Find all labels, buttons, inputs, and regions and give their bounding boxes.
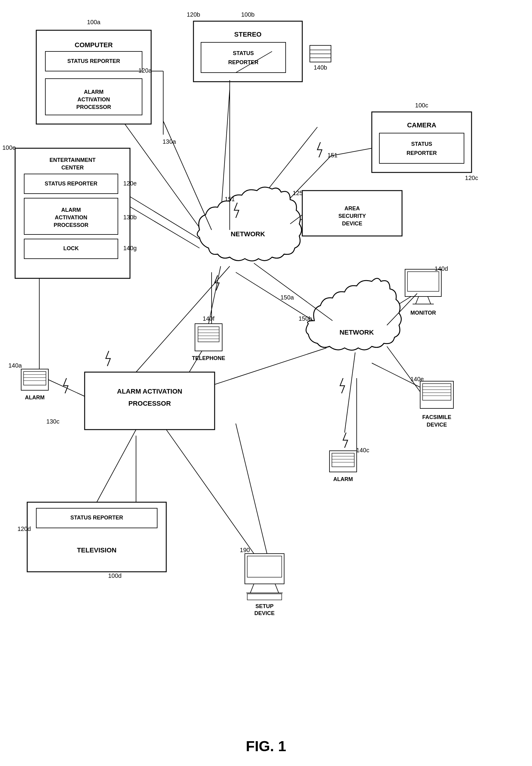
computer-alarm-proc3: PROCESSOR [76,104,111,110]
diagram-svg: COMPUTER STATUS REPORTER ALARM ACTIVATIO… [0,0,532,766]
computer-alarm-proc: ALARM [84,89,104,95]
setup-label1: SETUP [255,603,274,609]
ref-140a: 140a [8,362,22,369]
svg-line-84 [166,430,254,553]
ref-125: 125 [293,190,303,197]
svg-rect-40 [198,327,219,342]
ref-100a: 100a [87,19,101,25]
ref-130a: 130a [163,138,176,145]
ent-label1: ENTERTAINMENT [50,157,96,163]
svg-line-49 [416,297,419,304]
computer-label: COMPUTER [75,41,113,49]
svg-rect-54 [24,372,46,385]
ref-120d: 120d [18,525,31,532]
svg-line-80 [250,584,254,593]
ref-190: 190 [240,547,250,553]
svg-rect-63 [423,384,451,400]
ent-label2: CENTER [61,164,84,170]
ref-140d: 140d [435,265,448,272]
ref-140g: 140g [123,245,137,252]
svg-line-46 [254,263,333,321]
alarm-right-label: ALARM [333,476,353,482]
ref-120c: 120c [465,174,478,181]
svg-line-68 [387,346,420,392]
svg-rect-70 [332,453,354,467]
network1-label: NETWORK [231,230,265,238]
ent-alarm1: ALARM [61,207,81,213]
area-security2: SECURITY [338,213,366,219]
fig-label: FIG. 1 [246,738,286,754]
svg-line-50 [428,297,431,304]
svg-rect-28 [379,133,464,163]
svg-line-74 [345,352,355,433]
ref-150a: 150a [281,294,294,301]
camera-label: CAMERA [407,121,436,129]
ref-120e: 120e [123,180,137,186]
ent-alarm3: PROCESSOR [54,222,88,228]
ref-150b: 150b [299,315,312,322]
monitor-label: MONITOR [410,310,436,316]
ref-140b: 140b [314,64,327,71]
stereo-label: STEREO [234,31,261,38]
camera-status: STATUS [411,141,432,147]
ref-100d: 100d [108,572,122,579]
svg-line-77 [97,430,136,502]
ent-lock: LOCK [63,245,79,252]
network2-label: NETWORK [339,329,374,336]
ref-120b: 120b [187,11,200,18]
svg-rect-48 [407,272,439,291]
ref-100e: 100e [2,144,16,151]
ref-100b: 100b [241,11,255,18]
camera-reporter: REPORTER [407,150,437,156]
setup-label2: DEVICE [254,610,274,616]
computer-alarm-proc2: ACTIVATION [77,96,110,102]
ref-140f: 140f [203,315,215,322]
alarm-activation-label2: PROCESSOR [128,400,171,407]
svg-line-60 [48,380,85,396]
telephone-label: TELEPHONE [192,355,225,361]
facsimile-label2: DEVICE [427,422,447,428]
tv-status-reporter: STATUS REPORTER [70,514,123,521]
area-security3: DEVICE [342,221,362,227]
svg-line-45 [209,266,221,324]
tv-label: TELEVISION [77,546,117,554]
svg-line-81 [275,584,279,593]
stereo-status-reporter: STATUS [233,50,254,56]
svg-rect-83 [247,594,282,600]
alarm-left-label: ALARM [25,394,45,401]
alarm-activation-label1: ALARM ACTIVATION [117,388,182,395]
diagram-container: COMPUTER STATUS REPORTER ALARM ACTIVATIO… [0,0,532,766]
svg-line-38 [130,197,199,239]
ent-alarm2: ACTIVATION [55,215,87,221]
area-security1: AREA [344,206,360,212]
ref-120a: 120a [138,67,152,74]
computer-status-reporter: STATUS REPORTER [67,58,120,64]
facsimile-label1: FACSIMILE [422,414,451,420]
ref-140c: 140c [356,447,369,453]
ref-130c: 130c [46,418,59,425]
ref-130b: 130b [123,214,137,221]
ref-100c: 100c [415,102,428,109]
ent-status-reporter: STATUS REPORTER [45,180,97,186]
svg-rect-79 [247,556,282,577]
svg-line-37 [163,121,212,230]
